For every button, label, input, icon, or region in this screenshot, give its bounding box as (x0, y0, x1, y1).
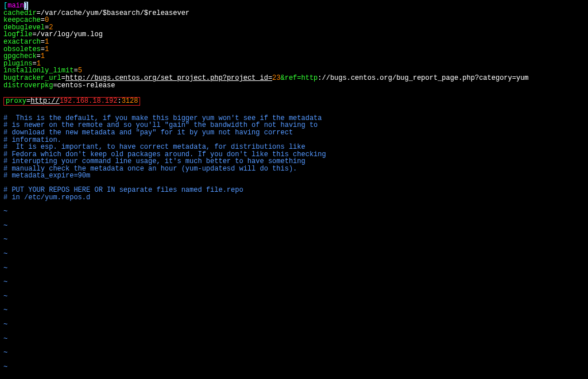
ip: 192.168.18.192 (60, 97, 118, 105)
comment-line: # interupting your command line usage, i… (3, 158, 585, 165)
comment-line: # manually check the metadata once an ho… (3, 165, 585, 173)
colon: : (117, 97, 121, 105)
eof-tilde: ~ (3, 349, 585, 357)
comment-line: # download the new metadata and "pay" fo… (3, 129, 585, 137)
blank-line (3, 286, 585, 293)
eof-tilde: ~ (3, 307, 585, 314)
blank-line (3, 89, 585, 96)
blank-line (3, 342, 585, 349)
port: 3128 (122, 97, 138, 105)
config-line-distroverpkg: distroverpkg=centos-release (3, 82, 585, 90)
blank-line (3, 229, 585, 236)
terminal-editor[interactable]: [main] cachedir=/var/cache/yum/$basearch… (3, 2, 585, 370)
url-rest: ://bugs.centos.org/bug_report_page.php?c… (318, 74, 528, 82)
config-line-obsoletes: obsoletes=1 (3, 46, 585, 53)
config-line-exactarch: exactarch=1 (3, 38, 585, 46)
val: 1 (41, 52, 45, 60)
eof-tilde: ~ (3, 250, 585, 258)
scheme: http:// (30, 97, 59, 105)
key: proxy (6, 97, 26, 105)
blank-line (3, 272, 585, 279)
val: =/var/cache/yum/$basearch/$releasever (37, 9, 189, 17)
url-amp: &ref=http (281, 74, 318, 82)
blank-line (3, 201, 585, 208)
comment-line: # in /etc/yum.repos.d (3, 194, 585, 202)
eof-tilde: ~ (3, 208, 585, 215)
key: distroverpkg (3, 82, 53, 90)
proxy-highlight-box: proxy=http://192.168.18.192:3128 (3, 96, 585, 108)
comment-line: # metadata_expire=90m (3, 172, 585, 180)
config-line-plugins: plugins=1 (3, 60, 585, 68)
url-num: 23 (272, 74, 280, 82)
blank-line (3, 108, 585, 115)
comment-line: # PUT YOUR REPOS HERE OR IN separate fil… (3, 187, 585, 194)
comment-line: # It is esp. important, to have correct … (3, 144, 585, 151)
config-line-gpgcheck: gpgcheck=1 (3, 53, 585, 60)
blank-line (3, 328, 585, 335)
config-line-cachedir: cachedir=/var/cache/yum/$basearch/$relea… (3, 10, 585, 17)
eof-tilde: ~ (3, 265, 585, 272)
config-line-keepcache: keepcache=0 (3, 17, 585, 24)
blank-line (3, 314, 585, 321)
blank-line (3, 243, 585, 250)
val: 1 (45, 45, 49, 53)
blank-line (3, 300, 585, 307)
config-line-logfile: logfile=/var/log/yum.log (3, 31, 585, 38)
val: =centos-release (53, 82, 115, 90)
blank-line (3, 258, 585, 265)
eof-tilde: ~ (3, 279, 585, 286)
eof-tilde: ~ (3, 335, 585, 343)
eof-tilde: ~ (3, 236, 585, 243)
blank-line (3, 357, 585, 363)
eof-tilde: ~ (3, 293, 585, 300)
eof-tilde: ~ (3, 321, 585, 328)
eof-tilde: ~ (3, 222, 585, 230)
blank-line (3, 215, 585, 222)
eof-tilde: ~ (3, 363, 585, 371)
